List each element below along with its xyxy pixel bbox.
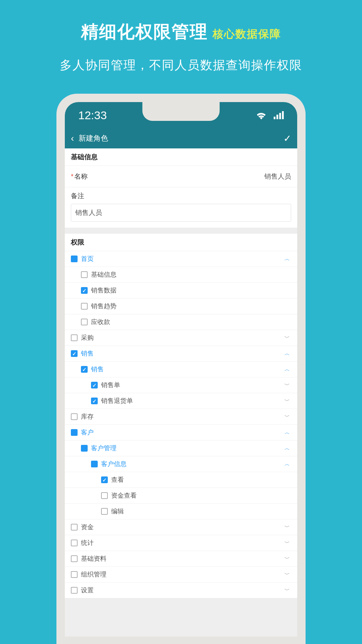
perm-label-salesorder: 销售单 xyxy=(101,381,283,389)
checkbox-salesdata[interactable] xyxy=(81,287,88,294)
status-icons xyxy=(256,111,284,120)
perm-label-purchase: 采购 xyxy=(81,333,283,342)
perm-label-custinfo: 客户信息 xyxy=(101,460,283,468)
confirm-icon[interactable]: ✓ xyxy=(283,133,291,144)
perm-label-basicinfo: 基础信息 xyxy=(91,270,291,279)
chevron-up-icon[interactable]: ︿ xyxy=(283,461,291,468)
marketing-title-main: 精细化权限管理 xyxy=(81,20,208,44)
checkbox-purchase[interactable] xyxy=(71,334,78,341)
checkbox-settings[interactable] xyxy=(71,587,78,594)
perm-row-orgmgr[interactable]: 组织管理﹀ xyxy=(65,566,297,582)
perm-row-sales[interactable]: 销售︿ xyxy=(65,346,297,361)
nav-title: 新建角色 xyxy=(79,133,108,143)
status-time: 12:33 xyxy=(78,109,107,122)
perm-row-sales2[interactable]: 销售︿ xyxy=(65,361,297,377)
checkbox-salesreturn[interactable] xyxy=(91,398,98,404)
name-value: 销售人员 xyxy=(264,172,291,181)
svg-rect-2 xyxy=(279,113,281,119)
perm-row-basicinfo[interactable]: 基础信息 xyxy=(65,267,297,282)
chevron-up-icon[interactable]: ︿ xyxy=(283,350,291,357)
checkbox-custmgr[interactable] xyxy=(81,445,88,452)
chevron-down-icon[interactable]: ﹀ xyxy=(283,571,291,578)
checkbox-basicinfo[interactable] xyxy=(81,271,88,278)
name-label: 名称 xyxy=(74,173,88,180)
perm-row-fund[interactable]: 资金﹀ xyxy=(65,519,297,535)
perm-row-receivable[interactable]: 应收款 xyxy=(65,314,297,330)
chevron-down-icon[interactable]: ﹀ xyxy=(283,587,291,594)
checkbox-salesorder[interactable] xyxy=(91,382,98,388)
perm-label-home: 首页 xyxy=(81,255,283,263)
phone-screen: 12:33 ‹ 新建角色 ✓ 基础信息 *名称 销售人员 xyxy=(65,102,297,637)
perm-label-salesreturn: 销售退货单 xyxy=(101,397,283,405)
basic-info-header: 基础信息 xyxy=(65,148,297,166)
marketing-title-sub: 核心数据保障 xyxy=(213,27,281,42)
chevron-up-icon[interactable]: ︿ xyxy=(283,256,291,263)
checkbox-fundview[interactable] xyxy=(101,492,108,499)
chevron-down-icon[interactable]: ﹀ xyxy=(283,524,291,531)
chevron-down-icon[interactable]: ﹀ xyxy=(283,398,291,405)
checkbox-fund[interactable] xyxy=(71,524,78,531)
perm-row-edit[interactable]: 编辑 xyxy=(65,503,297,519)
checkbox-view[interactable] xyxy=(101,476,108,483)
checkbox-edit[interactable] xyxy=(101,508,108,515)
chevron-up-icon[interactable]: ︿ xyxy=(283,366,291,373)
perm-label-sales2: 销售 xyxy=(91,365,283,374)
perm-row-fundview[interactable]: 资金查看 xyxy=(65,488,297,503)
perm-row-stock[interactable]: 库存﹀ xyxy=(65,409,297,424)
marketing-desc: 多人协同管理，不同人员数据查询操作权限 xyxy=(0,57,362,74)
perm-row-custmgr[interactable]: 客户管理︿ xyxy=(65,440,297,456)
chevron-down-icon[interactable]: ﹀ xyxy=(283,540,291,547)
perm-row-salesorder[interactable]: 销售单﹀ xyxy=(65,377,297,393)
checkbox-sales[interactable] xyxy=(71,350,78,357)
checkbox-salestrend[interactable] xyxy=(81,303,88,310)
perm-row-home[interactable]: 首页︿ xyxy=(65,251,297,267)
perm-label-orgmgr: 组织管理 xyxy=(81,570,283,579)
chevron-down-icon[interactable]: ﹀ xyxy=(283,413,291,420)
perm-row-custinfo[interactable]: 客户信息︿ xyxy=(65,456,297,472)
perm-row-salesdata[interactable]: 销售数据 xyxy=(65,282,297,298)
name-row[interactable]: *名称 销售人员 xyxy=(65,166,297,187)
checkbox-customer[interactable] xyxy=(71,429,78,436)
checkbox-sales2[interactable] xyxy=(81,366,88,373)
chevron-up-icon[interactable]: ︿ xyxy=(283,445,291,452)
chevron-up-icon[interactable]: ︿ xyxy=(283,429,291,436)
checkbox-stock[interactable] xyxy=(71,413,78,420)
checkbox-basedata[interactable] xyxy=(71,555,78,562)
checkbox-receivable[interactable] xyxy=(81,319,88,325)
perm-label-view: 查看 xyxy=(111,475,291,484)
perm-row-view[interactable]: 查看 xyxy=(65,472,297,488)
perm-label-customer: 客户 xyxy=(81,428,283,437)
chevron-down-icon[interactable]: ﹀ xyxy=(283,382,291,389)
remark-block: 备注 xyxy=(65,187,297,228)
svg-rect-1 xyxy=(276,115,278,120)
perm-row-stats[interactable]: 统计﹀ xyxy=(65,535,297,551)
perm-row-salesreturn[interactable]: 销售退货单﹀ xyxy=(65,393,297,409)
checkbox-home[interactable] xyxy=(71,256,78,262)
perm-label-stats: 统计 xyxy=(81,539,283,547)
checkbox-orgmgr[interactable] xyxy=(71,571,78,578)
nav-bar: ‹ 新建角色 ✓ xyxy=(65,128,297,148)
perm-row-basedata[interactable]: 基础资料﹀ xyxy=(65,551,297,566)
svg-rect-3 xyxy=(282,111,284,119)
remark-label: 备注 xyxy=(71,191,291,200)
phone-frame: 12:33 ‹ 新建角色 ✓ 基础信息 *名称 销售人员 xyxy=(57,94,305,644)
remark-input[interactable] xyxy=(71,204,291,222)
perm-label-salesdata: 销售数据 xyxy=(91,286,291,295)
checkbox-stats[interactable] xyxy=(71,540,78,546)
perm-label-custmgr: 客户管理 xyxy=(91,444,283,453)
checkbox-custinfo[interactable] xyxy=(91,461,98,467)
perm-label-stock: 库存 xyxy=(81,412,283,421)
perm-label-settings: 设置 xyxy=(81,586,283,595)
chevron-down-icon[interactable]: ﹀ xyxy=(283,334,291,341)
perm-row-salestrend[interactable]: 销售趋势 xyxy=(65,298,297,314)
perm-row-settings[interactable]: 设置﹀ xyxy=(65,582,297,598)
perm-row-customer[interactable]: 客户︿ xyxy=(65,424,297,440)
back-icon[interactable]: ‹ xyxy=(71,133,74,144)
permission-tree: 首页︿基础信息销售数据销售趋势应收款采购﹀销售︿销售︿销售单﹀销售退货单﹀库存﹀… xyxy=(65,251,297,598)
perm-row-purchase[interactable]: 采购﹀ xyxy=(65,330,297,346)
signal-icon xyxy=(274,111,284,119)
chevron-down-icon[interactable]: ﹀ xyxy=(283,555,291,562)
wifi-icon xyxy=(256,111,267,120)
permission-header: 权限 xyxy=(65,234,297,251)
svg-rect-0 xyxy=(274,117,275,120)
